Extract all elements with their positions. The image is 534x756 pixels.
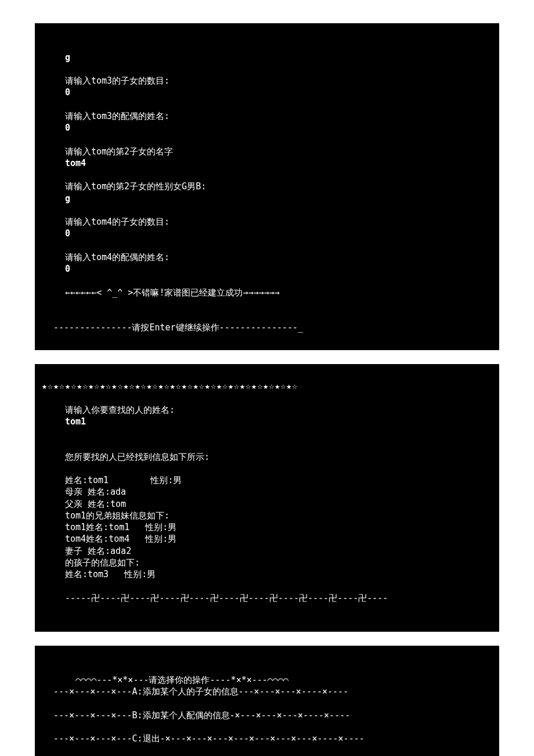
menu-option-a: ---×---×---×---A:添加某个人的子女的信息---×---×---×… [53, 686, 348, 697]
result-siblings-header: tom1的兄弟姐妹信息如下: [65, 510, 169, 521]
terminal-panel-3: ⌒⌒⌒⌒---*×*×---请选择你的操作----*×*×---⌒⌒⌒⌒ ---… [35, 646, 499, 756]
prompt-children-count-tom3: 请输入tom3的子女的数目: [65, 75, 169, 86]
swastika-divider: -----卍----卍----卍----卍----卍----卍----卍----… [65, 593, 388, 603]
prompt-spouse-tom4: 请输入tom4的配偶的姓名: [65, 252, 169, 262]
prompt-spouse-tom3: 请输入tom3的配偶的姓名: [65, 111, 169, 121]
result-wife: 妻子 姓名:ada2 [65, 546, 131, 556]
terminal-panel-2: ★☆★☆★☆★☆★☆★☆★☆★☆★☆★☆★☆★☆★☆★☆★☆★☆★☆★☆★☆★☆… [35, 364, 499, 632]
menu-option-c: ---×---×---×---C:退出-×---×---×---×---×---… [53, 733, 365, 744]
search-input-value: tom1 [65, 416, 86, 427]
prompt-child2-name: 请输入tom的第2子女的名字 [65, 146, 173, 157]
input-value: 0 [65, 87, 70, 98]
result-children-header: 的孩子的信息如下: [65, 557, 140, 568]
prompt-children-count-tom4: 请输入tom4的子女的数目: [65, 217, 169, 227]
result-name-gender: 姓名:tom1 性别:男 [65, 475, 182, 485]
search-prompt: 请输入你要查找的人的姓名: [65, 405, 175, 415]
success-message: ←←←←←←< ^_^ >不错嘛!家谱图已经建立成功→→→→→→→ [65, 287, 280, 298]
input-value: 0 [65, 228, 70, 239]
result-child-1: 姓名:tom3 性别:男 [65, 569, 156, 579]
menu-option-b: ---×---×---×---B:添加某个人配偶的信息-×---×---×---… [53, 710, 350, 721]
input-value: g [65, 193, 70, 204]
found-message: 您所要找的人已经找到信息如下所示: [65, 452, 210, 462]
star-divider: ★☆★☆★☆★☆★☆★☆★☆★☆★☆★☆★☆★☆★☆★☆★☆★☆★☆★☆★☆★☆… [42, 381, 298, 391]
continue-prompt: ---------------请按Enter键继续操作-------------… [53, 322, 303, 333]
result-sibling-2: tom4姓名:tom4 性别:男 [65, 534, 176, 544]
result-father: 父亲 姓名:tom [65, 499, 126, 509]
input-echo: g [65, 52, 70, 63]
menu-header: ⌒⌒⌒⌒---*×*×---请选择你的操作----*×*×---⌒⌒⌒⌒ [65, 675, 288, 685]
prompt-child2-gender: 请输入tom的第2子女的性别女G男B: [65, 181, 206, 192]
input-value: 0 [65, 123, 70, 133]
terminal-panel-1: g 请输入tom3的子女的数目: 0 请输入tom3的配偶的姓名: 0 请输入t… [35, 23, 499, 350]
result-sibling-1: tom1姓名:tom1 性别:男 [65, 522, 176, 532]
input-value: 0 [65, 264, 70, 274]
input-value: tom4 [65, 158, 86, 168]
result-mother: 母亲 姓名:ada [65, 487, 126, 497]
